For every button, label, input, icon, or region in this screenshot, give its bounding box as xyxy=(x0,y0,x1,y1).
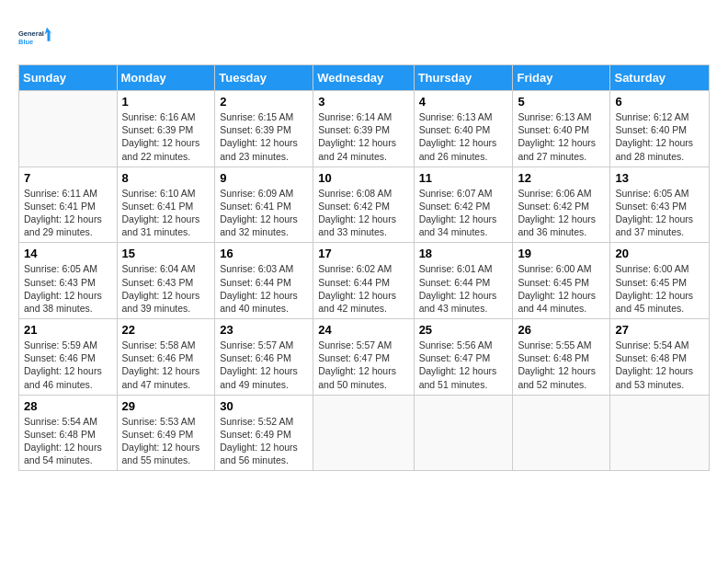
calendar-cell: 2Sunrise: 6:15 AM Sunset: 6:39 PM Daylig… xyxy=(215,91,313,167)
calendar-cell: 28Sunrise: 5:54 AM Sunset: 6:48 PM Dayli… xyxy=(19,395,118,471)
calendar-cell: 7Sunrise: 6:11 AM Sunset: 6:41 PM Daylig… xyxy=(19,167,118,243)
calendar-cell: 19Sunrise: 6:00 AM Sunset: 6:45 PM Dayli… xyxy=(513,243,610,319)
day-number: 27 xyxy=(615,323,704,337)
calendar-week-1: 1Sunrise: 6:16 AM Sunset: 6:39 PM Daylig… xyxy=(19,91,710,167)
day-info: Sunrise: 5:58 AM Sunset: 6:46 PM Dayligh… xyxy=(122,339,210,391)
day-info: Sunrise: 6:03 AM Sunset: 6:44 PM Dayligh… xyxy=(220,262,308,315)
calendar-cell xyxy=(513,395,610,471)
day-info: Sunrise: 6:00 AM Sunset: 6:45 PM Dayligh… xyxy=(615,262,704,315)
day-number: 7 xyxy=(24,171,112,185)
calendar-header-row: SundayMondayTuesdayWednesdayThursdayFrid… xyxy=(19,65,710,91)
calendar-cell xyxy=(19,91,118,167)
calendar-cell: 22Sunrise: 5:58 AM Sunset: 6:46 PM Dayli… xyxy=(117,319,215,396)
day-info: Sunrise: 5:56 AM Sunset: 6:47 PM Dayligh… xyxy=(419,339,508,391)
day-number: 12 xyxy=(518,171,605,185)
day-number: 11 xyxy=(419,171,508,185)
day-info: Sunrise: 5:52 AM Sunset: 6:49 PM Dayligh… xyxy=(220,415,308,467)
day-header-thursday: Thursday xyxy=(414,65,513,91)
day-number: 2 xyxy=(220,95,308,109)
day-number: 15 xyxy=(122,247,210,260)
day-number: 23 xyxy=(220,323,308,337)
day-header-saturday: Saturday xyxy=(610,65,710,91)
day-number: 30 xyxy=(220,399,308,413)
day-number: 22 xyxy=(122,323,210,337)
calendar-cell: 14Sunrise: 6:05 AM Sunset: 6:43 PM Dayli… xyxy=(19,243,118,319)
calendar-cell xyxy=(313,395,414,471)
day-number: 21 xyxy=(24,323,112,337)
calendar-cell: 12Sunrise: 6:06 AM Sunset: 6:42 PM Dayli… xyxy=(513,167,610,243)
svg-text:Blue: Blue xyxy=(18,38,33,46)
logo-icon: General Blue xyxy=(18,18,55,55)
calendar-cell: 11Sunrise: 6:07 AM Sunset: 6:42 PM Dayli… xyxy=(414,167,513,243)
day-number: 19 xyxy=(518,247,605,260)
day-number: 1 xyxy=(122,95,210,109)
calendar-cell: 8Sunrise: 6:10 AM Sunset: 6:41 PM Daylig… xyxy=(117,167,215,243)
day-info: Sunrise: 6:08 AM Sunset: 6:42 PM Dayligh… xyxy=(318,187,408,239)
calendar-cell: 25Sunrise: 5:56 AM Sunset: 6:47 PM Dayli… xyxy=(414,319,513,396)
calendar-cell: 4Sunrise: 6:13 AM Sunset: 6:40 PM Daylig… xyxy=(414,91,513,167)
day-header-sunday: Sunday xyxy=(19,65,118,91)
day-info: Sunrise: 6:00 AM Sunset: 6:45 PM Dayligh… xyxy=(518,262,605,315)
day-number: 28 xyxy=(24,399,112,413)
day-header-tuesday: Tuesday xyxy=(215,65,313,91)
day-info: Sunrise: 5:55 AM Sunset: 6:48 PM Dayligh… xyxy=(518,339,605,391)
day-number: 26 xyxy=(518,323,605,337)
calendar-cell: 17Sunrise: 6:02 AM Sunset: 6:44 PM Dayli… xyxy=(313,243,414,319)
day-number: 20 xyxy=(615,247,704,260)
calendar-cell: 24Sunrise: 5:57 AM Sunset: 6:47 PM Dayli… xyxy=(313,319,414,396)
day-number: 13 xyxy=(615,171,704,185)
day-info: Sunrise: 6:09 AM Sunset: 6:41 PM Dayligh… xyxy=(220,187,308,239)
day-number: 17 xyxy=(318,247,408,260)
calendar-cell: 3Sunrise: 6:14 AM Sunset: 6:39 PM Daylig… xyxy=(313,91,414,167)
calendar-cell: 5Sunrise: 6:13 AM Sunset: 6:40 PM Daylig… xyxy=(513,91,610,167)
day-info: Sunrise: 6:12 AM Sunset: 6:40 PM Dayligh… xyxy=(615,110,704,163)
calendar-week-5: 28Sunrise: 5:54 AM Sunset: 6:48 PM Dayli… xyxy=(19,395,710,471)
calendar-cell: 9Sunrise: 6:09 AM Sunset: 6:41 PM Daylig… xyxy=(215,167,313,243)
calendar-cell: 21Sunrise: 5:59 AM Sunset: 6:46 PM Dayli… xyxy=(19,319,118,396)
day-number: 9 xyxy=(220,171,308,185)
day-info: Sunrise: 6:13 AM Sunset: 6:40 PM Dayligh… xyxy=(518,110,605,163)
calendar-cell: 18Sunrise: 6:01 AM Sunset: 6:44 PM Dayli… xyxy=(414,243,513,319)
day-number: 24 xyxy=(318,323,408,337)
day-number: 5 xyxy=(518,95,605,109)
calendar-cell: 15Sunrise: 6:04 AM Sunset: 6:43 PM Dayli… xyxy=(117,243,215,319)
day-info: Sunrise: 5:57 AM Sunset: 6:47 PM Dayligh… xyxy=(318,339,408,391)
calendar: SundayMondayTuesdayWednesdayThursdayFrid… xyxy=(18,64,710,471)
day-number: 8 xyxy=(122,171,210,185)
day-number: 4 xyxy=(419,95,508,109)
day-number: 3 xyxy=(318,95,408,109)
page-header: General Blue xyxy=(18,18,710,55)
day-number: 6 xyxy=(615,95,704,109)
calendar-cell: 23Sunrise: 5:57 AM Sunset: 6:46 PM Dayli… xyxy=(215,319,313,396)
calendar-cell: 1Sunrise: 6:16 AM Sunset: 6:39 PM Daylig… xyxy=(117,91,215,167)
day-info: Sunrise: 6:13 AM Sunset: 6:40 PM Dayligh… xyxy=(419,110,508,163)
day-info: Sunrise: 6:06 AM Sunset: 6:42 PM Dayligh… xyxy=(518,187,605,239)
day-info: Sunrise: 6:04 AM Sunset: 6:43 PM Dayligh… xyxy=(122,262,210,315)
day-info: Sunrise: 6:16 AM Sunset: 6:39 PM Dayligh… xyxy=(122,110,210,163)
day-header-friday: Friday xyxy=(513,65,610,91)
calendar-week-4: 21Sunrise: 5:59 AM Sunset: 6:46 PM Dayli… xyxy=(19,319,710,396)
calendar-week-3: 14Sunrise: 6:05 AM Sunset: 6:43 PM Dayli… xyxy=(19,243,710,319)
day-info: Sunrise: 6:01 AM Sunset: 6:44 PM Dayligh… xyxy=(419,262,508,315)
day-number: 16 xyxy=(220,247,308,260)
day-info: Sunrise: 6:15 AM Sunset: 6:39 PM Dayligh… xyxy=(220,110,308,163)
day-number: 14 xyxy=(24,247,112,260)
calendar-cell: 26Sunrise: 5:55 AM Sunset: 6:48 PM Dayli… xyxy=(513,319,610,396)
calendar-cell: 16Sunrise: 6:03 AM Sunset: 6:44 PM Dayli… xyxy=(215,243,313,319)
day-number: 25 xyxy=(419,323,508,337)
day-number: 29 xyxy=(122,399,210,413)
day-info: Sunrise: 6:10 AM Sunset: 6:41 PM Dayligh… xyxy=(122,187,210,239)
day-number: 18 xyxy=(419,247,508,260)
day-header-wednesday: Wednesday xyxy=(313,65,414,91)
svg-marker-2 xyxy=(45,28,53,41)
calendar-cell: 30Sunrise: 5:52 AM Sunset: 6:49 PM Dayli… xyxy=(215,395,313,471)
day-info: Sunrise: 6:02 AM Sunset: 6:44 PM Dayligh… xyxy=(318,262,408,315)
day-info: Sunrise: 5:54 AM Sunset: 6:48 PM Dayligh… xyxy=(615,339,704,391)
day-info: Sunrise: 6:05 AM Sunset: 6:43 PM Dayligh… xyxy=(24,262,112,315)
day-info: Sunrise: 6:05 AM Sunset: 6:43 PM Dayligh… xyxy=(615,187,704,239)
calendar-cell: 20Sunrise: 6:00 AM Sunset: 6:45 PM Dayli… xyxy=(610,243,710,319)
calendar-cell xyxy=(610,395,710,471)
day-info: Sunrise: 6:07 AM Sunset: 6:42 PM Dayligh… xyxy=(419,187,508,239)
calendar-cell: 13Sunrise: 6:05 AM Sunset: 6:43 PM Dayli… xyxy=(610,167,710,243)
day-info: Sunrise: 5:59 AM Sunset: 6:46 PM Dayligh… xyxy=(24,339,112,391)
